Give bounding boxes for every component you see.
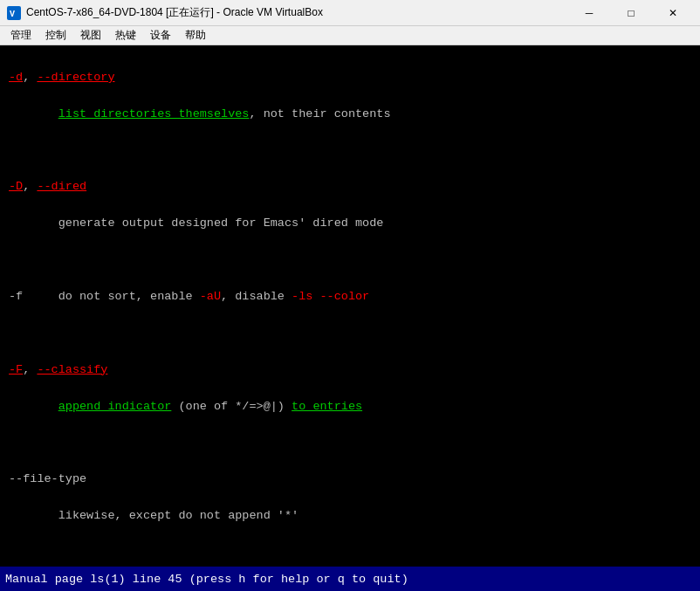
- terminal-line-blank1: [9, 142, 691, 161]
- status-text: Manual page ls(1) line 45 (press h for h…: [5, 573, 408, 586]
- app-icon: V: [7, 6, 21, 20]
- terminal-area[interactable]: -d, --directory list directories themsel…: [0, 45, 700, 567]
- maximize-button[interactable]: □: [611, 0, 651, 26]
- terminal-line-F-option: -F, --classify: [9, 361, 691, 380]
- terminal-line-filetype-desc: likewise, except do not append '*': [9, 507, 691, 526]
- menu-item-manage[interactable]: 管理: [3, 26, 38, 45]
- menu-item-devices[interactable]: 设备: [143, 26, 178, 45]
- status-bar: Manual page ls(1) line 45 (press h for h…: [0, 567, 700, 591]
- close-button[interactable]: ✕: [653, 0, 693, 26]
- terminal-line-filetype-option: --file-type: [9, 471, 691, 489]
- svg-text:V: V: [10, 10, 15, 19]
- menu-item-hotkey[interactable]: 热键: [108, 26, 143, 45]
- title-bar-controls: ─ □ ✕: [569, 0, 693, 26]
- terminal-line-D-desc: generate output designed for Emacs' dire…: [9, 215, 691, 233]
- terminal-line-d-option: -d, --directory: [9, 69, 691, 87]
- terminal-line-f-option: -f do not sort, enable -aU, disable -ls …: [9, 288, 691, 306]
- terminal-line-blank3: [9, 325, 691, 343]
- terminal-line-blank4: [9, 434, 691, 452]
- menu-item-view[interactable]: 视图: [73, 26, 108, 45]
- terminal-line-blank2: [9, 251, 691, 270]
- title-bar-left: V CentOS-7-x86_64-DVD-1804 [正在运行] - Orac…: [7, 5, 323, 20]
- title-bar: V CentOS-7-x86_64-DVD-1804 [正在运行] - Orac…: [0, 0, 700, 26]
- terminal-line-d-desc: list directories themselves, not their c…: [9, 106, 691, 124]
- terminal-line-F-desc: append indicator (one of */=>@|) to entr…: [9, 398, 691, 416]
- menu-bar: 管理 控制 视图 热键 设备 帮助: [0, 26, 700, 45]
- window-title: CentOS-7-x86_64-DVD-1804 [正在运行] - Oracle…: [26, 5, 323, 20]
- menu-item-help[interactable]: 帮助: [178, 26, 213, 45]
- menu-item-control[interactable]: 控制: [38, 26, 73, 45]
- minimize-button[interactable]: ─: [569, 0, 609, 26]
- terminal-line-D-option: -D, --dired: [9, 178, 691, 196]
- terminal-line-blank5: [9, 544, 691, 562]
